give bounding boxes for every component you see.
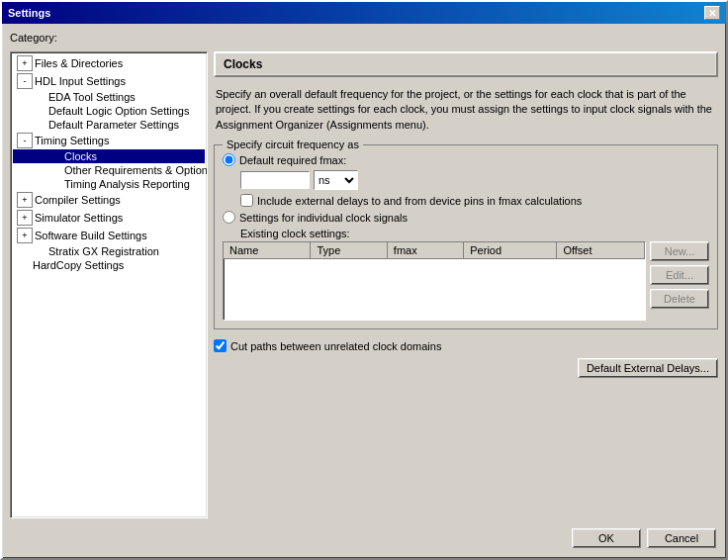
- sidebar-label-stratix-gx: Stratix GX Registration: [48, 245, 159, 257]
- category-label: Category:: [10, 32, 718, 44]
- radio-default-label[interactable]: Default required fmax:: [239, 154, 346, 166]
- sidebar-item-hdl-input[interactable]: - HDL Input Settings: [13, 72, 205, 90]
- fmax-input[interactable]: [240, 171, 310, 189]
- sidebar-item-timing-analysis[interactable]: Timing Analysis Reporting: [13, 177, 205, 191]
- new-button[interactable]: New...: [650, 241, 709, 261]
- footer-buttons: OK Cancel: [10, 524, 718, 550]
- panel-header: Clocks: [214, 51, 718, 77]
- title-bar: Settings ✕: [2, 2, 726, 24]
- external-delays-checkbox[interactable]: [240, 194, 253, 207]
- sidebar-label-default-param: Default Parameter Settings: [48, 119, 179, 131]
- sidebar-item-stratix-gx[interactable]: Stratix GX Registration: [13, 244, 205, 258]
- sidebar-label-timing-analysis: Timing Analysis Reporting: [64, 178, 190, 190]
- col-offset: Offset: [557, 242, 645, 259]
- sidebar-label-hdl-input: HDL Input Settings: [35, 75, 126, 87]
- settings-window: Settings ✕ Category: + Files & Directori…: [0, 0, 728, 560]
- col-period: Period: [464, 242, 557, 259]
- cut-paths-row: Cut paths between unrelated clock domain…: [214, 339, 718, 352]
- main-area: + Files & Directories - HDL Input Settin…: [10, 51, 718, 518]
- default-ext-row: Default External Delays...: [214, 358, 718, 378]
- expand-icon-files[interactable]: +: [17, 55, 33, 71]
- radio-row-default-fmax: Default required fmax:: [223, 153, 709, 166]
- col-fmax: fmax: [387, 242, 463, 259]
- radio-default-fmax[interactable]: [223, 153, 235, 166]
- sidebar[interactable]: + Files & Directories - HDL Input Settin…: [10, 51, 208, 518]
- expand-icon-timing[interactable]: -: [17, 133, 33, 148]
- cancel-button[interactable]: Cancel: [647, 528, 716, 548]
- sidebar-item-compiler[interactable]: + Compiler Settings: [13, 191, 205, 209]
- panel-description: Specify an overall default frequency for…: [214, 83, 718, 137]
- sidebar-item-default-logic[interactable]: Default Logic Option Settings: [13, 104, 205, 118]
- sidebar-item-clocks[interactable]: Clocks: [13, 149, 205, 163]
- sidebar-label-software-build: Software Build Settings: [35, 230, 147, 241]
- right-panel: Clocks Specify an overall default freque…: [214, 51, 718, 518]
- external-delays-row: Include external delays to and from devi…: [223, 194, 709, 207]
- delete-button[interactable]: Delete: [650, 289, 709, 309]
- sidebar-item-timing[interactable]: - Timing Settings: [13, 132, 205, 149]
- sidebar-label-clocks: Clocks: [64, 150, 97, 162]
- expand-icon-compiler[interactable]: +: [17, 192, 33, 208]
- sidebar-item-default-param[interactable]: Default Parameter Settings: [13, 118, 205, 132]
- expand-icon-software[interactable]: +: [17, 228, 33, 243]
- ok-button[interactable]: OK: [572, 528, 641, 548]
- radio-row-individual: Settings for individual clock signals: [223, 211, 709, 224]
- expand-icon-hdl[interactable]: -: [17, 73, 33, 89]
- radio-individual[interactable]: [223, 211, 235, 224]
- table-buttons: New... Edit... Delete: [650, 241, 709, 321]
- expand-icon-simulator[interactable]: +: [17, 210, 33, 226]
- frequency-group: Specify circuit frequency as Default req…: [214, 144, 718, 329]
- unit-select[interactable]: ns MHz KHz: [314, 170, 358, 190]
- default-ext-button[interactable]: Default External Delays...: [578, 358, 718, 378]
- bottom-section: Cut paths between unrelated clock domain…: [214, 339, 718, 378]
- sidebar-item-simulator[interactable]: + Simulator Settings: [13, 209, 205, 227]
- cut-paths-label[interactable]: Cut paths between unrelated clock domain…: [230, 340, 441, 352]
- sidebar-label-compiler: Compiler Settings: [35, 194, 121, 206]
- col-name: Name: [224, 242, 311, 259]
- sidebar-label-hardcopy: HardCopy Settings: [33, 259, 124, 271]
- window-content: Category: + Files & Directories - HDL In…: [2, 24, 726, 558]
- existing-label: Existing clock settings:: [223, 228, 709, 239]
- freq-input-row: ns MHz KHz: [223, 170, 709, 190]
- sidebar-label-other-req: Other Requirements & Options: [64, 164, 208, 176]
- clock-table-container[interactable]: Name Type fmax Period Offset: [223, 241, 646, 321]
- sidebar-item-hardcopy[interactable]: HardCopy Settings: [13, 258, 205, 272]
- window-title: Settings: [8, 7, 50, 19]
- sidebar-label-eda-tool: EDA Tool Settings: [48, 91, 136, 103]
- sidebar-label-simulator: Simulator Settings: [35, 212, 123, 224]
- radio-individual-label[interactable]: Settings for individual clock signals: [239, 212, 408, 224]
- edit-button[interactable]: Edit...: [650, 265, 709, 285]
- group-title: Specify circuit frequency as: [223, 139, 363, 150]
- sidebar-item-other-req[interactable]: Other Requirements & Options: [13, 163, 205, 177]
- external-delays-label[interactable]: Include external delays to and from devi…: [257, 195, 582, 207]
- clock-table: Name Type fmax Period Offset: [224, 242, 645, 259]
- col-type: Type: [311, 242, 387, 259]
- close-button[interactable]: ✕: [704, 6, 720, 20]
- sidebar-label-default-logic: Default Logic Option Settings: [48, 105, 189, 117]
- sidebar-item-software-build[interactable]: + Software Build Settings: [13, 227, 205, 244]
- sidebar-item-files-dirs[interactable]: + Files & Directories: [13, 54, 205, 72]
- sidebar-item-eda-tool[interactable]: EDA Tool Settings: [13, 90, 205, 104]
- cut-paths-checkbox[interactable]: [214, 339, 227, 352]
- sidebar-label-timing: Timing Settings: [35, 135, 109, 146]
- table-area: Name Type fmax Period Offset: [223, 241, 709, 321]
- sidebar-label-files-dirs: Files & Directories: [35, 57, 123, 69]
